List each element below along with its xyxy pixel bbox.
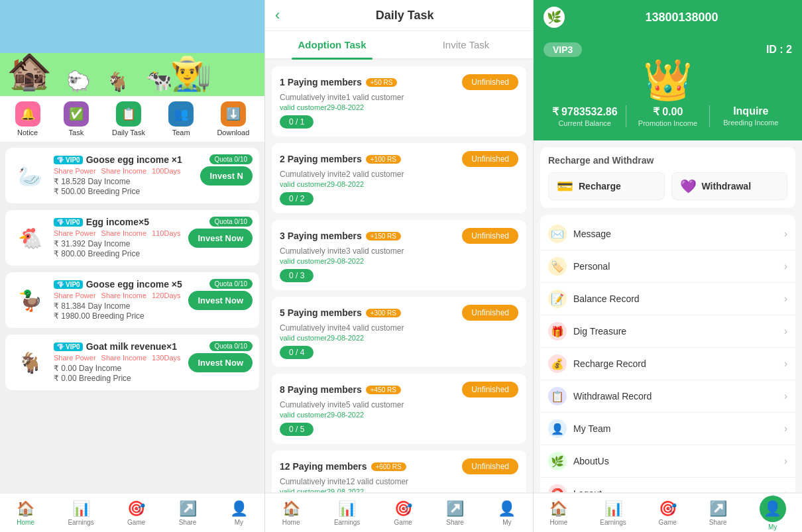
right-header: 🌿 13800138000 <box>534 0 802 34</box>
unfinished-button-2[interactable]: Unfinished <box>462 228 518 244</box>
bottom-nav-m-my[interactable]: 👤 My <box>498 500 516 526</box>
menu-item-message[interactable]: ✉️ Message › <box>540 218 795 250</box>
bottom-nav-share[interactable]: ↗️ Share <box>179 500 197 526</box>
arrow-icon: › <box>784 293 787 305</box>
task-card: 5 Paying members +300 RS Unfinished Cumu… <box>272 297 526 367</box>
my-icon-r: 👤 <box>764 500 781 517</box>
sidebar-item-task[interactable]: ✅ Task <box>64 101 89 136</box>
share-icon-m: ↗️ <box>446 500 464 517</box>
menu-item-personal[interactable]: 🏷️ Personal › <box>540 250 795 283</box>
sidebar-item-notice[interactable]: 🔔 Notice <box>15 101 40 136</box>
recharge-title: Recharge and Withdraw <box>548 155 787 166</box>
task-title-5: 12 Paying members <box>280 461 367 472</box>
task-card: 12 Paying members +600 RS Unfinished Cum… <box>272 451 526 492</box>
menu-item-withdrawal-record[interactable]: 📋 Withdrawal Record › <box>540 380 795 413</box>
inquire-label: Breeding Income <box>710 119 792 127</box>
download-label: Download <box>217 129 249 136</box>
bottom-nav-r-earnings[interactable]: 📊 Earnings <box>600 500 626 526</box>
arrow-icon: › <box>784 390 787 402</box>
left-panel: 🏚️ 🐑 🐐 🐄 👨‍🌾 🔔 Notice ✅ Task 📋 Daily Tas… <box>0 0 265 532</box>
my-icon: 👤 <box>230 500 248 517</box>
bottom-nav-r-game[interactable]: 🎯 Game <box>659 500 677 526</box>
unfinished-button-0[interactable]: Unfinished <box>462 74 518 90</box>
bottom-nav-game[interactable]: 🎯 Game <box>127 500 145 526</box>
task-header-2: 3 Paying members +150 RS Unfinished <box>280 228 518 244</box>
menu-item-dig-treasure[interactable]: 🎁 Dig Treasure › <box>540 315 795 348</box>
daily-task-icon: 📋 <box>116 101 141 127</box>
product-card: 🦢 💎 VIP0 Goose egg income ×1 Share Power… <box>5 148 259 203</box>
tab-invite[interactable]: Invite Task <box>399 31 533 58</box>
back-button[interactable]: ‹ <box>275 7 280 24</box>
withdrawal-button[interactable]: 💜 Withdrawal <box>671 172 788 200</box>
unfinished-button-5[interactable]: Unfinished <box>462 458 518 474</box>
balance-label: Current Balance <box>544 119 626 127</box>
vip-stat-inquire[interactable]: Inquire Breeding Income <box>710 105 792 127</box>
bottom-nav-r-share[interactable]: ↗️ Share <box>709 500 727 526</box>
bottom-nav-r-my[interactable]: 👤 My <box>760 496 786 531</box>
recharge-button[interactable]: 💳 Recharge <box>548 172 665 200</box>
menu-item-logout[interactable]: ⭕ Logout › <box>540 478 795 492</box>
product-sub-3: Share Power Share Income 130Days <box>54 354 183 362</box>
arrow-icon: › <box>784 325 787 337</box>
quota-badge-2: Quota 0/10 <box>209 279 253 289</box>
unfinished-button-3[interactable]: Unfinished <box>462 305 518 321</box>
product-sub-0: Share Power Share Income 100Days <box>54 167 195 175</box>
bottom-nav-m-share[interactable]: ↗️ Share <box>446 500 464 526</box>
unfinished-button-4[interactable]: Unfinished <box>462 382 518 398</box>
quota-badge-0: Quota 0/10 <box>209 154 253 164</box>
product-prices-3: ₹ 0.00 Day Income ₹ 0.00 Breeding Price <box>54 364 183 383</box>
bottom-nav-m-earnings[interactable]: 📊 Earnings <box>334 500 360 526</box>
sidebar-item-team[interactable]: 👥 Team <box>168 101 194 136</box>
product-animal-2: 🦆 <box>12 282 48 319</box>
bottom-nav-home[interactable]: 🏠 Home <box>17 500 34 526</box>
menu-item-recharge-record[interactable]: 💰 Recharge Record › <box>540 348 795 380</box>
product-card: 🦆 💎 VIP0 Goose egg income ×5 Share Power… <box>5 272 259 328</box>
quota-badge-3: Quota 0/10 <box>209 341 253 351</box>
menu-label-balance-record: Balance Record <box>573 293 784 304</box>
animal-cow: 🐄 <box>146 68 172 93</box>
product-prices-1: ₹ 31.392 Day Income ₹ 800.00 Breeding Pr… <box>54 239 183 258</box>
animal-sheep1: 🐑 <box>66 70 91 93</box>
bottom-nav-earnings[interactable]: 📊 Earnings <box>68 500 93 526</box>
withdrawal-icon: 💜 <box>680 178 697 194</box>
menu-label-message: Message <box>573 229 784 239</box>
menu-item-balance-record[interactable]: 📝 Balance Record › <box>540 283 795 315</box>
task-card: 3 Paying members +150 RS Unfinished Cumu… <box>272 220 526 290</box>
task-desc-4: Cumulatively invite5 valid customer <box>280 400 518 409</box>
task-bonus-5: +600 RS <box>371 462 406 471</box>
menu-item-my-team[interactable]: 👤 My Team › <box>540 413 795 445</box>
bottom-nav-middle: 🏠 Home 📊 Earnings 🎯 Game ↗️ Share 👤 My <box>265 492 533 532</box>
bottom-nav-m-home[interactable]: 🏠 Home <box>282 500 300 526</box>
dig-treasure-icon: 🎁 <box>548 322 567 341</box>
download-icon: ⬇️ <box>221 101 246 127</box>
product-info-3: 💎 VIP0 Goat milk revenue×1 Share Power S… <box>54 341 183 384</box>
bottom-nav-r-home[interactable]: 🏠 Home <box>549 500 567 526</box>
right-content: Recharge and Withdraw 💳 Recharge 💜 Withd… <box>534 140 802 492</box>
sidebar-item-download[interactable]: ⬇️ Download <box>217 101 249 136</box>
withdrawal-label: Withdrawal <box>702 181 752 191</box>
home-icon-m: 🏠 <box>282 500 300 517</box>
home-icon-r: 🏠 <box>549 500 567 517</box>
invest-button-3[interactable]: Invest Now <box>188 353 253 372</box>
task-bonus-2: +150 RS <box>366 232 401 240</box>
menu-label-recharge-record: Recharge Record <box>573 358 784 369</box>
invest-button-0[interactable]: Invest N <box>200 166 253 186</box>
invest-button-2[interactable]: Invest Now <box>188 291 253 310</box>
sidebar-item-daily-task[interactable]: 📋 Daily Task <box>112 101 145 136</box>
unfinished-button-1[interactable]: Unfinished <box>462 151 518 167</box>
vip-id: ID : 2 <box>766 44 792 56</box>
tab-adoption[interactable]: Adoption Task <box>265 31 399 58</box>
invest-button-1[interactable]: Invest Now <box>188 229 253 248</box>
arrow-icon: › <box>784 423 787 435</box>
bottom-nav-m-game[interactable]: 🎯 Game <box>394 500 412 526</box>
task-progress-1: 0 / 2 <box>280 192 314 205</box>
balance-value: ₹ 9783532.86 <box>544 105 626 118</box>
task-header-1: 2 Paying members +100 RS Unfinished <box>280 151 518 167</box>
task-title-2: 3 Paying members <box>280 231 362 241</box>
task-progress-0: 0 / 1 <box>280 115 314 129</box>
task-card: 1 Paying members +50 RS Unfinished Cumul… <box>272 66 526 136</box>
menu-list: ✉️ Message › 🏷️ Personal › 📝 Balance Rec… <box>540 215 795 492</box>
recharge-icon: 💳 <box>557 178 573 194</box>
bottom-nav-my[interactable]: 👤 My <box>230 500 248 526</box>
menu-item-aboutus[interactable]: 🌿 AboutUs › <box>540 445 795 478</box>
